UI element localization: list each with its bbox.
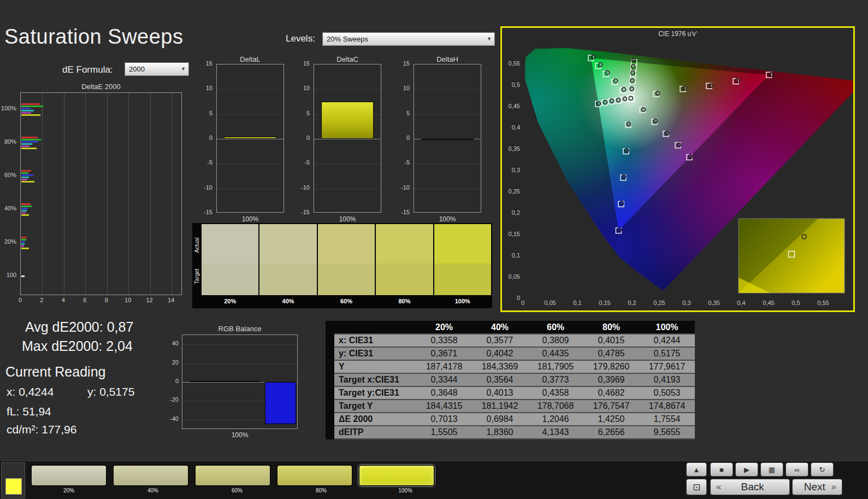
display-button[interactable]: ⊡	[686, 479, 707, 495]
patch-button-20%[interactable]	[31, 465, 107, 486]
save-button[interactable]: ▦	[760, 462, 783, 477]
table-cell: 0,3809	[528, 334, 583, 347]
x-axis-tick-label: 8	[101, 297, 112, 303]
table-row-accent	[326, 334, 334, 347]
table-cell: 1,8360	[472, 426, 528, 439]
stop-button[interactable]: ■	[710, 462, 733, 477]
continuous-button[interactable]: ∞	[786, 462, 808, 477]
table-cell: 4,1343	[528, 426, 583, 439]
de-bar	[21, 181, 34, 183]
table-row: dEITP1,55051,83604,13436,26569,5655	[326, 426, 695, 439]
eject-button[interactable]: ▲	[686, 462, 707, 477]
deltah-chart: DeltaH 151050-5-10-15 100%	[395, 55, 482, 219]
x-axis-tick-label: 0	[521, 300, 524, 306]
levels-select[interactable]: 20% Sweeps ▼	[322, 32, 495, 46]
y-axis-tick-label: 0	[164, 378, 179, 384]
deltae-plot	[20, 92, 182, 295]
table-row: Target x:CIE310,33440,35640,37730,39690,…	[326, 373, 695, 386]
measured-marker-cyan	[616, 98, 620, 102]
measured-marker-magenta	[688, 154, 692, 158]
y-axis-tick-label: 0,1	[512, 252, 520, 259]
deltah-xlabel: 100%	[414, 215, 481, 223]
table-cell: 0,7013	[416, 413, 472, 426]
table-cell: 0,3344	[416, 373, 472, 386]
x-axis-tick-label: 0,55	[817, 300, 829, 306]
x-axis-tick-label: 10	[122, 297, 133, 303]
actual-swatch	[259, 224, 316, 263]
back-label: Back	[741, 481, 764, 493]
gridline	[150, 93, 151, 295]
table-row-label: x: CIE31	[334, 334, 416, 347]
swatch-label: 60%	[318, 296, 375, 307]
de-bar	[21, 243, 25, 245]
rgb-balance-title: RGB Balance	[182, 325, 298, 333]
swatch-cell-40%	[259, 224, 316, 295]
table-cell: 0,3773	[528, 373, 583, 386]
swatch-labels: 20%40%60%80%100%	[202, 296, 491, 307]
table-row-label: dEITP	[334, 426, 416, 439]
table-row-accent	[326, 413, 334, 426]
patch-row	[31, 465, 435, 486]
category-label: 100	[0, 272, 16, 278]
de-formula-select[interactable]: 2000 ▼	[125, 62, 189, 76]
patch-label: 80%	[282, 488, 361, 494]
patch-label: 60%	[198, 488, 276, 494]
deltal-ylabels: 151050-5-10-15	[198, 64, 214, 213]
current-x: x: 0,4244	[7, 385, 54, 398]
category-label: 40%	[0, 205, 16, 212]
category-label: 60%	[0, 172, 16, 178]
table-cell: 174,8674	[639, 400, 695, 413]
table-cell: 179,8260	[583, 360, 639, 373]
x-axis-tick-label: 0,1	[573, 300, 581, 306]
measured-marker-red	[656, 91, 659, 95]
y-axis-tick-label: -15	[198, 209, 212, 215]
delta-bar	[224, 137, 276, 139]
back-button[interactable]: « Back	[710, 479, 790, 495]
table-cell: 0,4193	[639, 373, 695, 386]
y-axis-tick-label: -10	[295, 184, 310, 191]
y-axis-tick-label: -20	[164, 396, 179, 403]
target-swatch	[434, 263, 491, 296]
x-axis-tick-label: 14	[166, 297, 176, 303]
patch-button-80%[interactable]	[276, 465, 353, 486]
de-bar	[21, 105, 43, 107]
y-axis-tick-label: 15	[198, 60, 212, 67]
y-axis-tick-label: -10	[395, 184, 410, 191]
category-label: 100%	[0, 105, 16, 111]
table-row: x: CIE310,33580,35770,38090,40150,4244	[326, 334, 695, 347]
play-button[interactable]: ▶	[735, 462, 758, 477]
patch-button-60%[interactable]	[194, 465, 271, 486]
y-axis-tick-label: 10	[395, 85, 410, 91]
patch-button-100%[interactable]	[358, 465, 435, 486]
transport-controls: ▲ ⊡ ■▶▦∞↻ « Back Next »	[686, 462, 842, 497]
y-axis-tick-label: 0	[198, 134, 212, 141]
deltal-plot	[216, 64, 284, 213]
patch-button-40%[interactable]	[113, 465, 189, 486]
table-row: Target y:CIE310,36480,40130,43580,46820,…	[326, 386, 695, 400]
gridline	[85, 93, 86, 295]
table-row-accent	[326, 386, 334, 400]
y-axis-tick-label: 0,5	[512, 81, 520, 88]
measured-marker-magenta	[665, 131, 669, 135]
y-axis-tick-label: -15	[295, 209, 310, 215]
rgb-plot	[182, 334, 298, 429]
table-cell: 1,2046	[528, 413, 583, 426]
x-axis-tick-label: 6	[79, 297, 90, 303]
loop-button[interactable]: ↻	[811, 462, 834, 477]
deltal-title: DeltaL	[216, 55, 284, 63]
gridline	[314, 189, 381, 189]
deltac-plot	[314, 64, 381, 213]
x-axis-tick-label: 0,2	[628, 300, 636, 306]
de-bar	[21, 172, 28, 174]
cie-diagram: 00,050,10,150,20,250,30,350,40,450,50,55…	[502, 28, 853, 310]
y-axis-tick-label: 0,25	[509, 188, 520, 195]
next-button[interactable]: Next »	[792, 479, 842, 495]
current-y: y: 0,5175	[87, 385, 134, 398]
table-cell: 1,4250	[583, 413, 639, 426]
gridline	[217, 89, 284, 90]
swatch-cell-20%	[202, 224, 258, 295]
table-cell: 0,4015	[583, 334, 639, 347]
delta-bar	[321, 102, 373, 139]
table-cell: 0,4435	[528, 347, 583, 360]
gridline	[414, 189, 481, 189]
